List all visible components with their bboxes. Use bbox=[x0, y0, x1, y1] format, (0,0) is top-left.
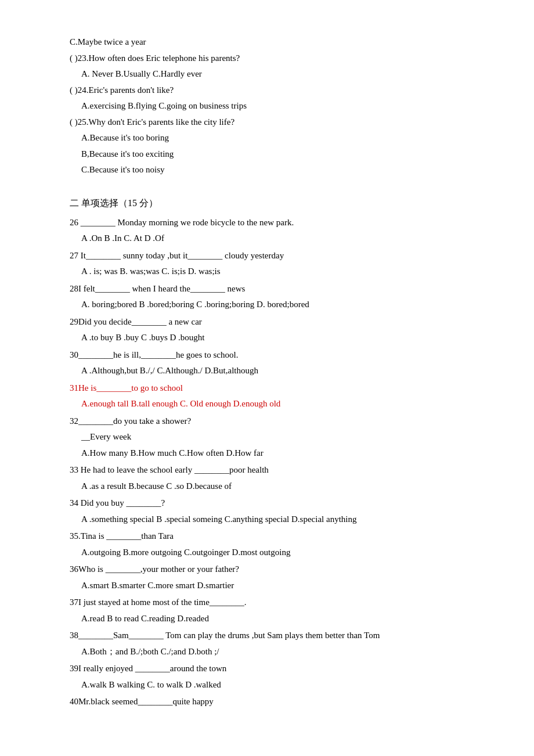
line-c-maybe: C.Maybe twice a year bbox=[70, 35, 488, 50]
q25-option-b: B,Because it's too exciting bbox=[81, 147, 488, 162]
q35-text: 35.Tina is ________than Tara bbox=[70, 529, 488, 544]
q31-options: A.enough tall B.tall enough C. Old enoug… bbox=[81, 397, 488, 412]
q25-line: ( )25.Why don't Eric's parents like the … bbox=[70, 115, 488, 130]
q39-options: A.walk B walking C. to walk D .walked bbox=[81, 678, 488, 693]
q30-text: 30________he is ill,________he goes to s… bbox=[70, 348, 488, 363]
q36-options: A.smart B.smarter C.more smart D.smartie… bbox=[81, 578, 488, 593]
q37-block: 37I just stayed at home most of the time… bbox=[70, 595, 488, 626]
q40-block: 40Mr.black seemed________quite happy bbox=[70, 694, 488, 710]
q32-text: 32________do you take a shower? bbox=[70, 414, 488, 429]
q34-text: 34 Did you buy ________? bbox=[70, 496, 488, 511]
q25-option-a: A.Because it's too boring bbox=[81, 131, 488, 146]
q27-text: 27 It________ sunny today ,but it_______… bbox=[70, 249, 488, 264]
q31-block: 31He is________to go to school A.enough … bbox=[70, 381, 488, 412]
top-section: C.Maybe twice a year ( )23.How often doe… bbox=[70, 35, 488, 178]
q35-block: 35.Tina is ________than Tara A.outgoing … bbox=[70, 529, 488, 560]
section-header: 二 单项选择（15 分） bbox=[70, 195, 488, 211]
q26-options: A .On B .In C. At D .Of bbox=[81, 231, 488, 246]
q29-block: 29Did you decide________ a new car A .to… bbox=[70, 315, 488, 345]
q37-text: 37I just stayed at home most of the time… bbox=[70, 595, 488, 610]
q34-block: 34 Did you buy ________? A .something sp… bbox=[70, 496, 488, 527]
q39-block: 39I really enjoyed ________around the to… bbox=[70, 661, 488, 692]
q39-text: 39I really enjoyed ________around the to… bbox=[70, 661, 488, 676]
q38-block: 38________Sam________ Tom can play the d… bbox=[70, 628, 488, 659]
q33-block: 33 He had to leave the school early ____… bbox=[70, 463, 488, 494]
q32-block: 32________do you take a shower? __Every … bbox=[70, 414, 488, 461]
q40-text: 40Mr.black seemed________quite happy bbox=[70, 694, 488, 710]
q25-option-c: C.Because it's too noisy bbox=[81, 163, 488, 178]
q27-block: 27 It________ sunny today ,but it_______… bbox=[70, 249, 488, 279]
q28-block: 28I felt________ when I heard the_______… bbox=[70, 282, 488, 312]
q32-subtext: __Every week bbox=[81, 430, 488, 445]
q28-options: A. boring;bored B .bored;boring C .borin… bbox=[81, 297, 488, 312]
q33-text: 33 He had to leave the school early ____… bbox=[70, 463, 488, 478]
q33-options: A .as a result B.because C .so D.because… bbox=[81, 479, 488, 494]
q34-options: A .something special B .special someing … bbox=[81, 512, 488, 527]
q23-line: ( )23.How often does Eric telephone his … bbox=[70, 51, 488, 66]
q32-options: A.How many B.How much C.How often D.How … bbox=[81, 446, 488, 461]
q26-block: 26 ________ Monday morning we rode bicyc… bbox=[70, 215, 488, 246]
q28-text: 28I felt________ when I heard the_______… bbox=[70, 282, 488, 297]
q38-options: A.Both；and B./;both C./;and D.both ;/ bbox=[81, 645, 488, 660]
q31-text: 31He is________to go to school bbox=[70, 381, 488, 396]
q30-block: 30________he is ill,________he goes to s… bbox=[70, 348, 488, 379]
q27-options: A . is; was B. was;was C. is;is D. was;i… bbox=[81, 264, 488, 279]
q24-options: A.exercising B.flying C.going on busines… bbox=[81, 99, 488, 114]
q23-options: A. Never B.Usually C.Hardly ever bbox=[81, 67, 488, 82]
q36-text: 36Who is ________,your mother or your fa… bbox=[70, 562, 488, 577]
q37-options: A.read B to read C.reading D.readed bbox=[81, 611, 488, 627]
q26-text: 26 ________ Monday morning we rode bicyc… bbox=[70, 215, 488, 231]
section-two: 二 单项选择（15 分） 26 ________ Monday morning … bbox=[70, 195, 488, 710]
q29-text: 29Did you decide________ a new car bbox=[70, 315, 488, 330]
q35-options: A.outgoing B.more outgoing C.outgoinger … bbox=[81, 545, 488, 560]
q24-line: ( )24.Eric's parents don't like? bbox=[70, 83, 488, 98]
q29-options: A .to buy B .buy C .buys D .bought bbox=[81, 330, 488, 345]
q38-text: 38________Sam________ Tom can play the d… bbox=[70, 628, 488, 643]
q36-block: 36Who is ________,your mother or your fa… bbox=[70, 562, 488, 593]
q30-options: A .Although,but B./,/ C.Although./ D.But… bbox=[81, 363, 488, 379]
